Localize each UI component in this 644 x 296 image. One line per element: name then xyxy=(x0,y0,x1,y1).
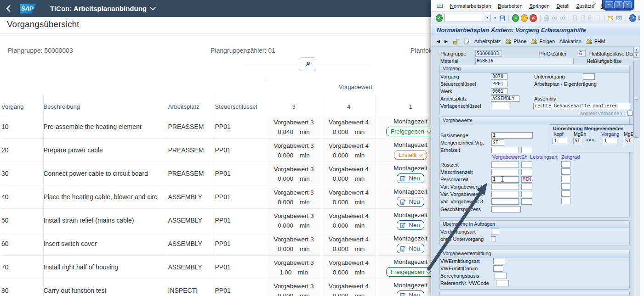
geschaeftsprozess-field[interactable] xyxy=(491,206,521,212)
status-select-released[interactable]: Freigegeben xyxy=(386,267,435,277)
system-menu-icon[interactable] xyxy=(437,3,443,8)
allokation-button[interactable]: Allokation xyxy=(559,39,581,44)
close-button[interactable]: ✕ xyxy=(623,1,632,8)
menu-overflow-icon[interactable]: » xyxy=(593,0,596,6)
col-header-vorgang[interactable]: Vorgang xyxy=(1,95,43,115)
new-button[interactable]: Neu xyxy=(397,244,425,253)
vorgang-field[interactable]: 0070 xyxy=(491,73,507,80)
find-next-icon[interactable] xyxy=(559,15,565,21)
new-button[interactable]: Neu xyxy=(397,220,425,230)
ruestzeit-field[interactable] xyxy=(491,162,519,168)
status-select-created[interactable]: Erstellt xyxy=(394,150,427,160)
var-vorgabewert2-unit-field[interactable] xyxy=(521,191,532,197)
langtext-checkbox[interactable] xyxy=(627,111,633,116)
menu-zusaetze[interactable]: Zusätze xyxy=(576,3,594,9)
col-header-steuerschluessel[interactable]: Steuerschlüssel xyxy=(215,95,266,115)
ruestzeit-unit-field[interactable] xyxy=(521,162,532,168)
previous-page-icon[interactable] xyxy=(580,15,586,21)
help-icon[interactable]: ? xyxy=(629,14,636,22)
col-header-3[interactable]: 3 xyxy=(266,95,322,115)
verdichtungsart-field[interactable] xyxy=(491,229,499,235)
basismenge-field[interactable]: 1 xyxy=(491,132,533,139)
new-button[interactable]: Neu xyxy=(397,173,425,183)
personalzeit-field[interactable]: 1 xyxy=(491,176,519,183)
umrechnung-vorgang-field[interactable]: 1 xyxy=(603,138,617,144)
find-icon[interactable] xyxy=(552,15,558,21)
var-vorgabewert1-zeitgrad-field[interactable] xyxy=(561,183,570,190)
scrollbar-thumb[interactable] xyxy=(633,61,639,138)
collapse-icon[interactable]: « xyxy=(493,15,496,21)
enter-check-icon[interactable]: ✓ xyxy=(436,14,443,22)
plngrzaehler-field[interactable]: 6 xyxy=(578,50,586,57)
steuerschluessel-field[interactable]: PP01 xyxy=(491,81,507,87)
maschinenzeit-unit-field[interactable] xyxy=(521,169,532,175)
lock-icon[interactable] xyxy=(452,39,459,45)
erholzeit-field[interactable] xyxy=(491,147,519,153)
cancel-icon[interactable]: ✕ xyxy=(530,14,536,22)
maximize-button[interactable]: ❐ xyxy=(614,1,622,8)
var-vorgabewert2-field[interactable] xyxy=(491,191,519,197)
berechungsbasis-field[interactable] xyxy=(495,273,507,279)
back-chevron-icon[interactable] xyxy=(6,5,14,12)
new-session-icon[interactable] xyxy=(608,15,614,21)
ohne-untervorgang-checkbox[interactable] xyxy=(491,236,496,241)
folgen-button[interactable]: Folgen xyxy=(531,39,555,44)
werk-field[interactable]: 0001 xyxy=(491,88,507,95)
menu-detail[interactable]: Detail xyxy=(557,3,570,9)
command-field[interactable] xyxy=(445,14,483,22)
vwermittlungsart-field[interactable] xyxy=(493,258,506,264)
vwermittldatum-field[interactable] xyxy=(493,265,503,272)
var-vorgabewert1-unit-field[interactable] xyxy=(521,184,532,190)
back-icon[interactable]: « xyxy=(512,14,519,22)
prev-arrow-icon[interactable]: ◀ xyxy=(437,39,440,44)
umrechnung-kopf-unit-field[interactable]: ST xyxy=(573,138,582,144)
arbeitsplatz-field[interactable]: ASSEMBLY xyxy=(491,95,519,102)
scroll-up-icon[interactable]: ▲ xyxy=(633,47,639,52)
ruestzeit-zeitgrad-field[interactable] xyxy=(561,161,570,168)
create-shortcut-icon[interactable] xyxy=(616,15,622,21)
arbeitsplatz-button[interactable]: Arbeitsplatz xyxy=(474,39,501,44)
erholzeit-unit-field[interactable] xyxy=(521,147,532,153)
next-page-icon[interactable] xyxy=(587,15,593,21)
referenznr-field[interactable] xyxy=(496,280,509,286)
edit-page-icon[interactable] xyxy=(463,39,470,45)
exit-icon[interactable]: ↑ xyxy=(521,14,528,22)
command-dropdown-icon[interactable]: ▼ xyxy=(485,14,490,22)
material-field[interactable]: HG8616 xyxy=(475,58,574,64)
new-button[interactable]: Neu xyxy=(397,290,425,296)
first-page-icon[interactable] xyxy=(572,15,578,21)
vorlagenschluessel-field[interactable] xyxy=(491,103,509,109)
umrechnung-vorgang-unit-field[interactable]: ST xyxy=(624,138,634,144)
last-page-icon[interactable] xyxy=(595,15,600,21)
var-vorgabewert3-field[interactable] xyxy=(491,198,519,205)
col-header-4[interactable]: 4 xyxy=(322,95,376,115)
var-vorgabewert2-zeitgrad-field[interactable] xyxy=(561,190,570,197)
var-vorgabewert3-zeitgrad-field[interactable] xyxy=(561,198,570,204)
app-title-menu[interactable]: TiCon: Arbeitsplananbindung xyxy=(50,5,155,12)
scroll-down-icon[interactable]: ▼ xyxy=(633,52,639,58)
menu-springen[interactable]: Springen xyxy=(530,3,550,9)
menu-bearbeiten[interactable]: Bearbeiten xyxy=(498,3,522,9)
var-vorgabewert3-unit-field[interactable] xyxy=(521,198,532,205)
plaene-button[interactable]: Pläne xyxy=(505,39,526,44)
vertical-scrollbar[interactable]: ▲ ▼ xyxy=(633,47,640,296)
personalzeit-zeitgrad-field[interactable] xyxy=(561,176,570,182)
plangruppe-field[interactable]: 50000003 xyxy=(475,50,502,57)
mengeneinheit-field[interactable]: ST xyxy=(491,140,504,146)
beschreibung-field[interactable]: rechte Gehäusehälfte montieren xyxy=(533,103,630,109)
minimize-button[interactable]: ─ xyxy=(605,1,613,8)
untervorgang-field[interactable] xyxy=(583,73,595,80)
menu-normalarbeitsplan[interactable]: Normalarbeitsplan xyxy=(450,3,491,9)
maschinenzeit-field[interactable] xyxy=(491,169,519,175)
new-button[interactable]: Neu xyxy=(397,197,425,207)
umrechnung-kopf-field[interactable]: 1 xyxy=(553,138,567,144)
personalzeit-unit-field[interactable]: MIN xyxy=(521,176,532,183)
maschinenzeit-zeitgrad-field[interactable] xyxy=(561,168,570,175)
next-arrow-icon[interactable]: ▶ xyxy=(445,39,448,44)
print-icon[interactable] xyxy=(543,15,549,21)
var-vorgabewert1-field[interactable] xyxy=(491,184,519,190)
pin-header-button[interactable] xyxy=(299,57,316,71)
col-header-arbeitsplatz[interactable]: Arbeitsplatz xyxy=(168,95,215,115)
fhm-button[interactable]: FHM xyxy=(586,39,605,44)
status-select-released[interactable]: Freigegeben xyxy=(386,127,435,136)
